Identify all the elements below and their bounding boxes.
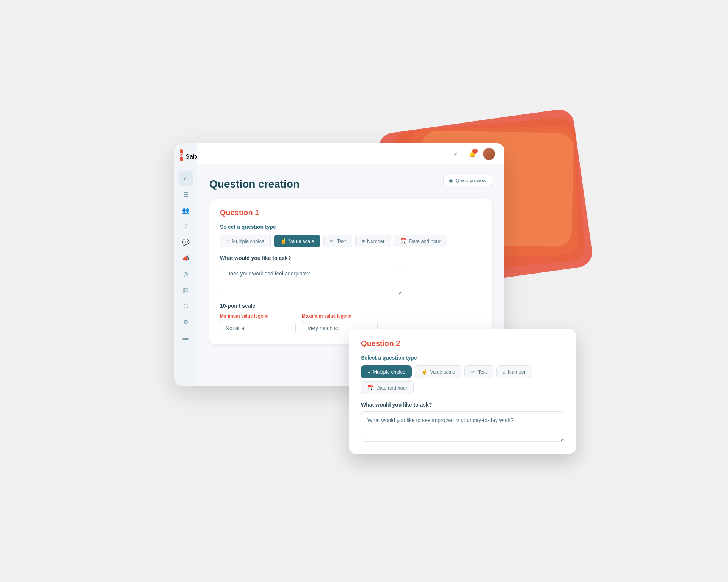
date-hour-label: Date and hour	[409, 238, 440, 244]
question-1-types: ≡ Multiple choice ☝ Value scale ✏ Text	[220, 235, 482, 247]
min-legend-label: Minimum value legend	[220, 313, 296, 319]
type-multiple-choice-2[interactable]: ≡ Multiple choice	[361, 365, 412, 378]
sidebar-item-home[interactable]: ⌂	[179, 171, 193, 186]
question-2-card: Question 2 Select a question type ≡ Mult…	[349, 329, 576, 454]
question-1-card: Question 1 Select a question type ≡ Mult…	[209, 199, 492, 344]
type-value-scale-2[interactable]: ☝ Value scale	[415, 365, 461, 378]
sidebar-item-users[interactable]: 👥	[179, 203, 193, 217]
topbar: ✓ 🔔 1	[197, 143, 504, 164]
brand-row[interactable]: S Salto ▾	[177, 149, 194, 164]
text-icon-btn: ✏	[330, 238, 334, 244]
question-1-label: Question 1	[220, 208, 482, 217]
card-icon: ▬	[183, 334, 189, 341]
sidebar-item-card[interactable]: ▬	[179, 330, 193, 345]
sidebar: S Salto ▾ ⌂ ☰ 👥 ☑ 💬	[174, 143, 197, 386]
eye-icon: ◉	[449, 178, 453, 183]
multiple-choice-label: Multiple choice	[232, 238, 264, 244]
check-topbar-icon[interactable]: ✓	[450, 148, 462, 160]
sidebar-nav: ⌂ ☰ 👥 ☑ 💬 📣 ◷	[174, 171, 197, 345]
type-number-2[interactable]: # Number	[496, 365, 532, 378]
type-value-scale-1[interactable]: ☝ Value scale	[274, 235, 320, 247]
quick-preview-button[interactable]: ◉ Quick preview	[443, 175, 492, 186]
date-icon-btn-2: 📅	[367, 385, 374, 391]
select-type-label-1: Select a question type	[220, 224, 482, 230]
app-logo: S	[180, 149, 183, 161]
min-legend-group: Minimum value legend	[220, 313, 296, 335]
question-2-textarea[interactable]: What would you like to see improved in y…	[361, 411, 564, 442]
users-icon: 👥	[182, 207, 190, 214]
sidebar-item-settings[interactable]: ⚙	[179, 314, 193, 329]
megaphone-icon: 📣	[182, 255, 190, 262]
question-2-types: ≡ Multiple choice ☝ Value scale ✏ Text #…	[361, 365, 564, 394]
text-icon-btn-2: ✏	[471, 369, 475, 375]
select-type-label-2: Select a question type	[361, 355, 564, 361]
sidebar-item-chart[interactable]: ▦	[179, 283, 193, 297]
min-legend-input[interactable]	[220, 321, 296, 335]
type-multiple-choice-1[interactable]: ≡ Multiple choice	[220, 235, 271, 247]
type-text-2[interactable]: ✏ Text	[464, 365, 493, 378]
home-icon: ⌂	[184, 175, 188, 182]
sidebar-item-megaphone[interactable]: 📣	[179, 251, 193, 265]
check-icon: ☑	[183, 223, 188, 230]
sidebar-item-chat[interactable]: 💬	[179, 235, 193, 249]
type-date-hour-2[interactable]: 📅 Date and hour	[361, 381, 414, 394]
scale-icon-btn-2: ☝	[421, 369, 428, 375]
question-1-textarea[interactable]: Does your workload feel adequate?	[220, 265, 402, 295]
sidebar-header: S Salto ▾	[174, 149, 197, 164]
number-label: Number	[367, 238, 384, 244]
quick-preview-label: Quick preview	[455, 178, 486, 183]
user-avatar[interactable]	[483, 148, 495, 160]
list-icon-btn-2: ≡	[367, 369, 370, 375]
ask-label-1: What would you like to ask?	[220, 255, 482, 261]
scale-label: 10-point scale	[220, 303, 482, 309]
value-scale-label-2: Value scale	[430, 369, 455, 375]
org-icon: ⬡	[183, 302, 188, 310]
max-legend-label: Maximum value legend	[302, 313, 378, 319]
settings-icon: ⚙	[183, 318, 188, 325]
text-label: Text	[337, 238, 346, 244]
type-date-hour-1[interactable]: 📅 Date and hour	[394, 235, 447, 247]
date-icon-btn: 📅	[400, 238, 407, 244]
value-scale-label: Value scale	[289, 238, 314, 244]
type-text-1[interactable]: ✏ Text	[323, 235, 352, 247]
question-2-label: Question 2	[361, 339, 564, 348]
ask-label-2: What would you like to ask?	[361, 402, 564, 408]
number-icon-btn-2: #	[503, 369, 506, 375]
notification-badge: 1	[472, 149, 478, 154]
chart-icon: ▦	[183, 286, 188, 294]
scale-icon-btn: ☝	[280, 238, 287, 244]
list-icon: ☰	[183, 191, 188, 198]
check-mark-icon: ✓	[453, 150, 458, 157]
timer-icon: ◷	[183, 271, 188, 278]
list-icon-btn: ≡	[226, 238, 229, 244]
scene: S Salto ▾ ⌂ ☰ 👥 ☑ 💬	[174, 143, 554, 439]
multiple-choice-label-2: Multiple choice	[373, 369, 405, 375]
sidebar-item-check[interactable]: ☑	[179, 219, 193, 233]
date-hour-label-2: Date and hour	[376, 385, 407, 391]
sidebar-item-org[interactable]: ⬡	[179, 299, 193, 313]
chat-icon: 💬	[182, 239, 190, 246]
sidebar-item-timer[interactable]: ◷	[179, 267, 193, 281]
number-icon-btn: #	[362, 238, 365, 244]
type-number-1[interactable]: # Number	[355, 235, 391, 247]
notification-bell[interactable]: 🔔 1	[466, 148, 479, 160]
sidebar-item-list[interactable]: ☰	[179, 187, 193, 202]
text-label-2: Text	[478, 369, 487, 375]
number-label-2: Number	[508, 369, 526, 375]
